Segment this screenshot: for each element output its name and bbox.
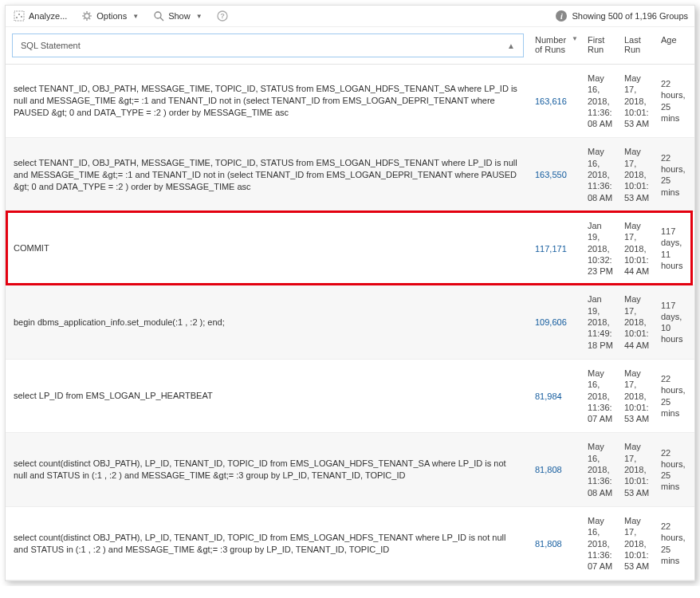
cell-runs[interactable]: 81,808 — [530, 507, 583, 580]
cell-sql: COMMIT — [6, 212, 530, 285]
show-button[interactable]: Show ▼ — [151, 9, 203, 23]
svg-point-1 — [16, 17, 18, 18]
magnifier-icon — [153, 10, 164, 22]
svg-point-3 — [21, 16, 22, 18]
cell-first-run: May 16, 2018, 11:36:08 AM — [583, 65, 619, 137]
table-row[interactable]: COMMIT117,171Jan 19, 2018, 10:32:23 PMMa… — [6, 212, 694, 285]
cell-runs[interactable]: 117,171 — [530, 212, 583, 285]
svg-line-11 — [84, 18, 85, 19]
cell-age: 117 days, 11 hours — [656, 212, 694, 285]
column-header-first[interactable]: First Run — [583, 27, 619, 64]
svg-text:?: ? — [220, 12, 225, 20]
cell-sql: select count(distinct OBJ_PATH), LP_ID, … — [6, 507, 530, 580]
cell-runs[interactable]: 109,606 — [530, 285, 583, 358]
table-row[interactable]: select LP_ID from EMS_LOGAN_LP_HEARTBEAT… — [6, 360, 694, 433]
table-row[interactable]: select count(distinct OBJ_PATH), LP_ID, … — [6, 433, 694, 506]
cell-first-run: May 16, 2018, 11:36:08 AM — [583, 138, 619, 210]
svg-point-4 — [85, 14, 89, 18]
column-header-runs[interactable]: Number of Runs▼ — [530, 27, 583, 64]
cell-runs[interactable]: 163,616 — [530, 65, 583, 137]
column-header-last[interactable]: Last Run — [619, 27, 656, 64]
column-last-label: Last Run — [624, 35, 651, 54]
cell-first-run: May 16, 2018, 11:36:08 AM — [583, 433, 619, 506]
options-label: Options — [96, 11, 127, 21]
table-row[interactable]: begin dbms_application_info.set_module(:… — [6, 285, 694, 359]
help-button[interactable]: ? — [215, 9, 230, 23]
cell-sql: select TENANT_ID, OBJ_PATH, MESSAGE_TIME… — [6, 65, 530, 137]
column-header-age[interactable]: Age — [656, 27, 694, 64]
svg-line-12 — [89, 13, 90, 14]
chevron-down-icon: ▼ — [132, 13, 139, 20]
chevron-down-icon: ▼ — [196, 13, 203, 20]
table-row[interactable]: select count(distinct OBJ_PATH), LP_ID, … — [6, 507, 694, 580]
gear-icon — [81, 10, 92, 22]
grid-body: select TENANT_ID, OBJ_PATH, MESSAGE_TIME… — [6, 65, 694, 580]
analyze-button[interactable]: Analyze... — [12, 9, 69, 23]
cell-last-run: May 17, 2018, 10:01:53 AM — [619, 507, 656, 580]
cell-first-run: May 16, 2018, 11:36:07 AM — [583, 507, 619, 580]
cell-age: 22 hours, 25 mins — [656, 433, 694, 506]
cell-first-run: Jan 19, 2018, 11:49:18 PM — [583, 285, 619, 358]
cell-first-run: May 16, 2018, 11:36:07 AM — [583, 360, 619, 432]
cell-sql: begin dbms_application_info.set_module(:… — [6, 285, 530, 358]
show-label: Show — [168, 11, 191, 21]
analyze-label: Analyze... — [29, 11, 67, 21]
cell-last-run: May 17, 2018, 10:01:53 AM — [619, 138, 656, 210]
column-first-label: First Run — [588, 35, 615, 54]
toolbar: Analyze... Options ▼ Show ▼ ? i Showing … — [6, 6, 694, 27]
panel: Analyze... Options ▼ Show ▼ ? i Showing … — [5, 5, 695, 581]
help-icon: ? — [217, 10, 228, 22]
summary-text: Showing 500 of 1,196 Groups — [572, 11, 688, 21]
cell-last-run: May 17, 2018, 10:01:44 AM — [619, 285, 656, 358]
svg-rect-0 — [14, 11, 24, 21]
cell-last-run: May 17, 2018, 10:01:53 AM — [619, 65, 656, 137]
column-sql-label: SQL Statement — [21, 41, 81, 50]
svg-line-14 — [160, 18, 163, 21]
svg-line-9 — [84, 13, 85, 14]
cell-runs[interactable]: 81,984 — [530, 360, 583, 432]
scatter-icon — [14, 10, 25, 22]
cell-age: 22 hours, 25 mins — [656, 360, 694, 432]
svg-point-2 — [18, 14, 20, 15]
column-runs-label: Number of Runs — [535, 35, 570, 54]
cell-runs[interactable]: 81,808 — [530, 433, 583, 506]
cell-last-run: May 17, 2018, 10:01:44 AM — [619, 212, 656, 285]
sort-asc-icon: ▲ — [507, 41, 515, 50]
cell-age: 117 days, 10 hours — [656, 285, 694, 358]
column-header-sql[interactable]: SQL Statement ▲ — [12, 33, 524, 57]
cell-last-run: May 17, 2018, 10:01:53 AM — [619, 433, 656, 506]
cell-sql: select TENANT_ID, OBJ_PATH, MESSAGE_TIME… — [6, 138, 530, 210]
column-age-label: Age — [661, 35, 677, 45]
svg-point-13 — [155, 12, 161, 18]
cell-sql: select count(distinct OBJ_PATH), LP_ID, … — [6, 433, 530, 506]
cell-age: 22 hours, 25 mins — [656, 507, 694, 580]
grid: SQL Statement ▲ Number of Runs▼ First Ru… — [6, 27, 694, 580]
grid-header: SQL Statement ▲ Number of Runs▼ First Ru… — [6, 27, 694, 65]
cell-age: 22 hours, 25 mins — [656, 65, 694, 137]
summary: i Showing 500 of 1,196 Groups — [556, 10, 688, 22]
cell-last-run: May 17, 2018, 10:01:53 AM — [619, 360, 656, 432]
table-row[interactable]: select TENANT_ID, OBJ_PATH, MESSAGE_TIME… — [6, 65, 694, 138]
sort-desc-icon: ▼ — [572, 35, 578, 42]
info-icon: i — [556, 10, 567, 22]
svg-line-10 — [89, 18, 90, 19]
cell-first-run: Jan 19, 2018, 10:32:23 PM — [583, 212, 619, 285]
options-button[interactable]: Options ▼ — [80, 9, 140, 23]
table-row[interactable]: select TENANT_ID, OBJ_PATH, MESSAGE_TIME… — [6, 138, 694, 211]
cell-age: 22 hours, 25 mins — [656, 138, 694, 210]
cell-sql: select LP_ID from EMS_LOGAN_LP_HEARTBEAT — [6, 360, 530, 432]
cell-runs[interactable]: 163,550 — [530, 138, 583, 210]
